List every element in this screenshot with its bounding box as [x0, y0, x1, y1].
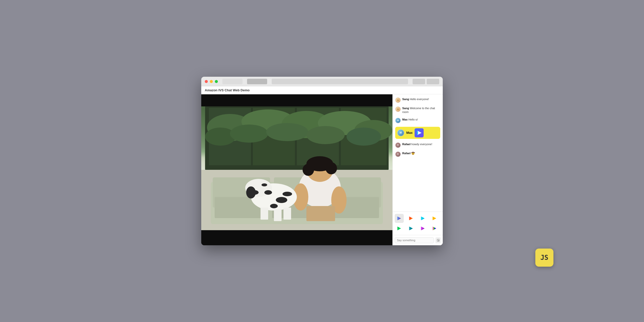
message-bubble: Rafael 🤠	[402, 151, 415, 155]
page-title: Amazon IVS Chat Web Demo	[205, 88, 250, 92]
svg-rect-42	[284, 208, 291, 220]
svg-rect-44	[201, 94, 392, 105]
maximize-button[interactable]	[215, 80, 218, 83]
avatar: M	[395, 118, 401, 123]
minimize-button[interactable]	[210, 80, 213, 83]
avatar: R	[395, 142, 401, 148]
browser-window: Amazon IVS Chat Web Demo	[201, 77, 443, 245]
chat-panel: S Sang Hello everyone! S	[392, 94, 443, 245]
sticker-item[interactable]	[407, 224, 416, 233]
message-bubble: Max Hello o/	[402, 118, 418, 122]
svg-point-15	[347, 128, 381, 146]
sticker-item[interactable]	[418, 224, 427, 233]
sticker-item[interactable]	[430, 214, 439, 223]
message-username: Rafael	[402, 143, 411, 146]
svg-rect-75	[437, 239, 438, 241]
message-username: Rafael	[402, 152, 411, 155]
svg-rect-76	[438, 239, 439, 240]
js-badge: JS	[535, 249, 553, 267]
message-bubble: Rafael howdy everyone!	[402, 142, 432, 146]
svg-point-33	[264, 190, 272, 195]
sticker-item[interactable]	[407, 214, 416, 223]
sticker-item[interactable]	[430, 224, 439, 233]
message-body: howdy everyone!	[411, 143, 432, 146]
svg-point-36	[283, 192, 292, 196]
video-player	[201, 94, 392, 245]
js-badge-label: JS	[540, 254, 548, 261]
chat-message: S Sang Hello everyone!	[395, 97, 440, 103]
browser-action-1[interactable]	[413, 79, 425, 84]
message-text: Max Hello o/	[402, 118, 418, 122]
svg-point-35	[270, 204, 278, 208]
message-text: Rafael 🤠	[402, 151, 415, 155]
svg-rect-40	[261, 208, 268, 220]
chat-message: S Sang Welcome to the chat room	[395, 106, 440, 114]
message-body: Hello o/	[408, 118, 418, 121]
message-bubble: Sang Hello everyone!	[402, 97, 429, 101]
sticker-item[interactable]	[418, 214, 427, 223]
svg-rect-41	[274, 209, 281, 221]
address-bar[interactable]	[272, 79, 408, 84]
message-text: Sang Hello everyone!	[402, 97, 429, 101]
browser-tab-2[interactable]	[247, 79, 267, 84]
sticker-picker	[393, 212, 443, 235]
message-text: Rafael howdy everyone!	[402, 142, 432, 146]
message-username: Max	[402, 118, 408, 121]
svg-point-28	[326, 162, 337, 174]
browser-action-2[interactable]	[427, 79, 439, 84]
send-icon	[436, 238, 440, 242]
message-text: Sang Welcome to the chat room	[402, 106, 440, 114]
svg-point-34	[276, 197, 287, 203]
svg-point-14	[306, 126, 345, 144]
sticker-grid	[395, 214, 441, 233]
message-username: Sang	[402, 107, 409, 110]
avatar: M	[397, 129, 404, 136]
chat-messages: S Sang Hello everyone! S	[393, 94, 443, 212]
chat-message: R Rafael howdy everyone!	[395, 142, 440, 148]
svg-point-12	[230, 125, 268, 143]
avatar: S	[395, 97, 401, 103]
ivs-sticker-icon	[415, 128, 424, 137]
page-content: Amazon IVS Chat Web Demo	[201, 86, 443, 245]
svg-point-27	[303, 164, 314, 176]
scene-svg	[201, 94, 392, 245]
send-button[interactable]	[435, 237, 441, 243]
chat-message-highlighted: M Max	[395, 127, 440, 139]
svg-rect-74	[437, 239, 439, 242]
browser-actions	[413, 79, 439, 84]
chat-input-area	[393, 235, 443, 245]
sticker-item[interactable]	[395, 224, 404, 233]
sticker-item[interactable]	[395, 214, 404, 223]
message-bubble: Sang Welcome to the chat room	[402, 106, 440, 114]
svg-point-13	[266, 123, 308, 141]
close-button[interactable]	[205, 80, 208, 83]
svg-rect-45	[201, 230, 392, 245]
chat-input[interactable]	[395, 237, 434, 243]
browser-tab-1[interactable]	[222, 79, 243, 84]
message-body: 🤠	[411, 152, 415, 155]
chat-message: M Max Hello o/	[395, 118, 440, 123]
message-username-highlighted: Max	[406, 131, 413, 135]
avatar: S	[395, 106, 401, 112]
page-body: S Sang Hello everyone! S	[201, 94, 443, 245]
video-area	[201, 94, 392, 245]
svg-point-39	[246, 186, 256, 198]
page-header: Amazon IVS Chat Web Demo	[201, 86, 443, 94]
message-body: Hello everyone!	[410, 98, 429, 101]
svg-point-38	[261, 183, 267, 186]
message-username: Sang	[402, 98, 409, 101]
chat-message: R Rafael 🤠	[395, 151, 440, 157]
avatar: R	[395, 151, 401, 157]
svg-rect-43	[306, 206, 335, 221]
browser-titlebar	[201, 77, 443, 86]
